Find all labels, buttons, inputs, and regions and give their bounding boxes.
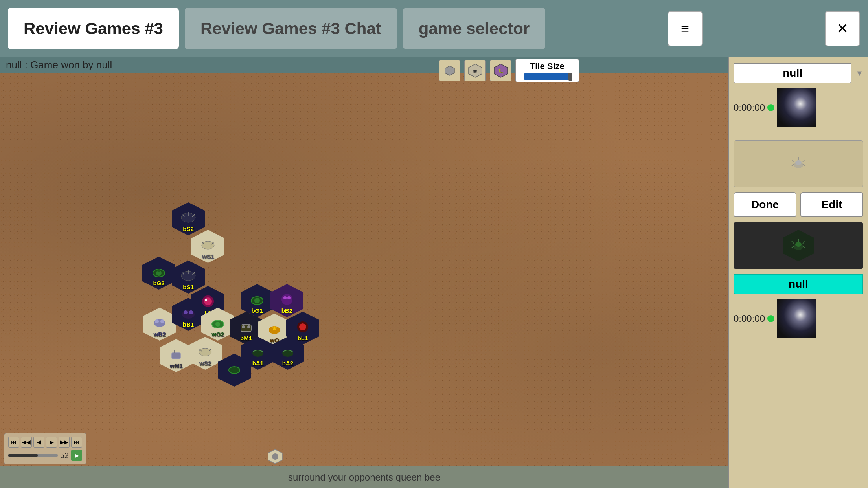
piece-tray-top: [734, 140, 863, 187]
playback-rewind[interactable]: ◀: [33, 437, 44, 448]
tile-size-box: Tile Size: [515, 59, 579, 82]
player1-dropdown-icon: ▼: [855, 69, 863, 78]
hex-bS1[interactable]: bS1: [172, 261, 205, 294]
player-indicator: [267, 449, 283, 464]
player1-galaxy-thumb: [777, 88, 816, 127]
divider1: [734, 134, 863, 134]
hint-text: surround your opponents queen bee: [288, 472, 440, 483]
svg-text:🐛: 🐛: [498, 68, 504, 74]
board-area: null : Game won by null 🕷: [0, 57, 728, 488]
tile-size-control: 🕷 🐛 Tile Size: [439, 59, 579, 82]
svg-point-26: [283, 296, 287, 299]
player1-row: null ▼: [734, 63, 863, 83]
status-bar: null : Game won by null 🕷: [0, 57, 728, 73]
hex-label-bM1: bM1: [240, 335, 252, 341]
svg-line-58: [803, 160, 805, 162]
svg-point-22: [205, 299, 207, 301]
svg-point-42: [299, 323, 306, 330]
player2-time-row: 0:00:00: [734, 299, 863, 338]
playback-start[interactable]: ⏮: [8, 437, 19, 448]
svg-point-35: [215, 322, 220, 327]
hex-label-bG1: bG1: [251, 307, 263, 314]
svg-point-24: [254, 298, 260, 303]
dark-tray-hex[interactable]: [783, 230, 814, 261]
player1-time-dot: [767, 104, 774, 111]
player1-time: 0:00:00: [734, 102, 765, 113]
svg-point-29: [155, 319, 159, 323]
progress-bar[interactable]: [8, 454, 58, 457]
hex-label-wG2: wG2: [211, 331, 224, 338]
tile-icon-purple[interactable]: 🐛: [490, 60, 511, 81]
svg-point-25: [281, 294, 292, 305]
svg-point-27: [287, 296, 291, 299]
hex-wB2[interactable]: wB2: [143, 308, 176, 341]
playback-end[interactable]: ⏭: [71, 437, 82, 448]
playback-forward[interactable]: ▶: [46, 437, 57, 448]
tab-review-games[interactable]: Review Games #3: [8, 8, 179, 49]
svg-point-51: [229, 367, 240, 374]
progress-bar-container: 52 ▶: [8, 450, 82, 461]
svg-point-46: [199, 348, 211, 356]
action-buttons: Done Edit: [734, 192, 863, 217]
hex-label-bA1: bA1: [252, 360, 263, 367]
player2-galaxy-thumb: [777, 299, 816, 338]
piece-tray-dark: [734, 222, 863, 269]
tab-game-selector[interactable]: game selector: [403, 8, 545, 49]
svg-point-55: [795, 160, 802, 165]
svg-rect-43: [172, 353, 180, 359]
edit-btn[interactable]: Edit: [800, 192, 863, 217]
playback-rewind-fast[interactable]: ◀◀: [21, 437, 32, 448]
hex-bS2[interactable]: bS2: [172, 202, 205, 235]
tile-size-slider[interactable]: [524, 73, 571, 80]
hex-label-bB1: bB1: [183, 321, 194, 328]
progress-fill: [8, 454, 38, 457]
close-button[interactable]: ✕: [825, 11, 860, 46]
hex-label-bA2: bA2: [282, 360, 293, 367]
play-next-btn[interactable]: ▶: [71, 450, 82, 461]
playback-buttons: ⏮ ◀◀ ◀ ▶ ▶▶ ⏭: [8, 437, 82, 448]
svg-point-37: [242, 325, 245, 328]
svg-point-30: [160, 319, 164, 323]
tile-size-label: Tile Size: [530, 61, 565, 72]
svg-line-63: [792, 241, 794, 244]
svg-marker-0: [445, 66, 454, 75]
hex-label-bS2: bS2: [183, 226, 194, 232]
hex-label-bL1: bL1: [298, 335, 308, 341]
hex-wS1[interactable]: wS1: [191, 230, 224, 263]
player2-name-btn[interactable]: null: [734, 274, 863, 294]
hex-label-wM1: wM1: [170, 362, 183, 369]
svg-point-15: [157, 269, 160, 272]
hex-bG2[interactable]: bG2: [142, 257, 175, 290]
hex-label-wB2: wB2: [154, 331, 166, 338]
playback-controls: ⏮ ◀◀ ◀ ▶ ▶▶ ⏭ 52 ▶: [4, 433, 86, 464]
menu-button[interactable]: ≡: [668, 11, 703, 46]
svg-point-33: [189, 310, 193, 314]
hex-wS2[interactable]: wS2: [189, 337, 222, 370]
svg-line-56: [792, 160, 794, 162]
tile-icon-spider[interactable]: 🕷: [464, 60, 486, 81]
step-count: 52: [60, 451, 69, 460]
svg-line-65: [803, 241, 805, 244]
player2-time-dot: [767, 315, 774, 322]
header: Review Games #3 Review Games #3 Chat gam…: [0, 0, 868, 57]
main-content: null : Game won by null 🕷: [0, 57, 868, 488]
hex-wM1[interactable]: wM1: [160, 339, 193, 372]
player2-time: 0:00:00: [734, 313, 765, 324]
svg-point-21: [204, 297, 212, 305]
tray-hex-piece[interactable]: [783, 148, 814, 180]
player1-name-btn[interactable]: null: [734, 63, 851, 83]
player1-time-row: 0:00:00: [734, 88, 863, 127]
hex-label-bG2: bG2: [153, 280, 164, 286]
board-canvas[interactable]: bS2 wS1 bG2 bS1 L1: [0, 73, 728, 466]
hex-bB2[interactable]: bB2: [270, 284, 303, 317]
status-text: null : Game won by null: [6, 59, 112, 71]
hex-label-bS1: bS1: [183, 284, 194, 290]
playback-forward-fast[interactable]: ▶▶: [59, 437, 70, 448]
tab-chat[interactable]: Review Games #3 Chat: [185, 8, 397, 49]
hex-label-wS1: wS1: [202, 253, 214, 260]
hex-label-wS2: wS2: [199, 360, 211, 367]
svg-point-53: [272, 453, 278, 460]
svg-text:🕷: 🕷: [473, 68, 478, 74]
done-btn[interactable]: Done: [734, 192, 796, 217]
tile-icon-small[interactable]: [439, 60, 460, 81]
